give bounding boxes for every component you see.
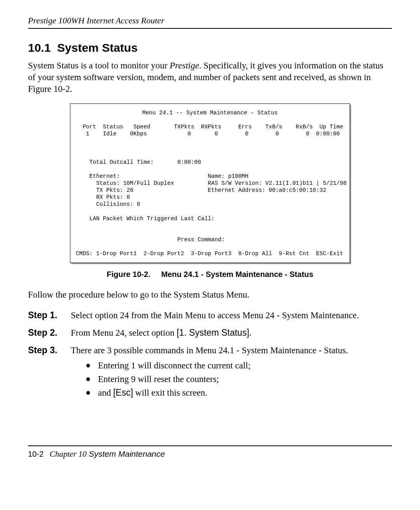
step-3-bullets: Entering 1 will disconnect the current c… [79,359,392,399]
bullet-item: and [Esc] will exit this screen. [79,387,392,399]
product-name: Prestige [170,61,199,70]
steps-list: Step 1. Select option 24 from the Main M… [28,309,392,399]
chapter-label: Chapter 10 [50,449,87,459]
running-header: Prestige 100WH Internet Access Router [28,16,392,26]
step-label: Step 1. [28,309,71,321]
step-2: Step 2. From Menu 24, select option [1. … [28,327,392,339]
footer: 10-2 Chapter 10 System Maintenance [28,449,392,459]
terminal-title: Menu 24.1 -- System Maintenance - Status [76,109,344,116]
figure-caption: Figure 10-2. Menu 24.1 - System Maintena… [28,270,392,279]
footer-rule [28,445,392,446]
terminal-eth-rx: RX Pkts: 0 [76,194,130,200]
page-number: 10-2 [28,450,44,458]
figure-label: Figure 10-2. [107,270,150,279]
section-number: 10.1 [28,41,51,54]
header-rule [28,28,392,29]
section-heading: 10.1 System Status [28,41,392,54]
terminal-columns: Port Status Speed TXPkts RXPkts Errs TxB… [76,124,343,130]
bullet-item: Entering 9 will reset the counters; [79,373,392,385]
terminal-lan-packet: LAN Packet Which Triggered Last Call: [76,216,215,222]
step-label: Step 2. [28,327,71,339]
key-label: [Esc] [113,387,133,398]
terminal-eth-header: Ethernet: Name: p100MH [76,173,248,179]
step-body: There are 3 possible commands in Menu 24… [71,344,392,356]
terminal-figure: Menu 24.1 -- System Maintenance - Status… [70,103,350,263]
follow-text: Follow the procedure below to go to the … [28,289,392,301]
step-label: Step 3. [28,344,71,356]
figure-title: Menu 24.1 - System Maintenance - Status [161,270,313,279]
terminal-outcall: Total Outcall Time: 0:00:00 [76,159,201,165]
option-label: [1. System Status] [177,328,249,338]
bullet-item: Entering 1 will disconnect the current c… [79,359,392,372]
terminal-eth-tx: TX Pkts: 26 Ethernet Address: 00:a0:c5:0… [76,187,326,193]
step-3: Step 3. There are 3 possible commands in… [28,344,392,356]
page: Prestige 100WH Internet Access Router 10… [0,0,420,510]
step-body: From Menu 24, select option [1. System S… [71,327,392,339]
intro-paragraph: System Status is a tool to monitor your … [28,60,392,95]
step-1: Step 1. Select option 24 from the Main M… [28,309,392,321]
terminal-eth-status: Status: 10M/Full Duplex RAS S/W Version:… [76,180,346,186]
terminal-cmds: CMDS: 1-Drop Port1 2-Drop Port2 3-Drop P… [76,251,343,257]
terminal-eth-coll: Collisions: 0 [76,201,140,207]
terminal-press-cmd: Press Command: [76,237,225,243]
terminal-row: 1 Idle 0Kbps 0 0 0 0 0 0:00:00 [76,131,340,137]
step-body: Select option 24 from the Main Menu to a… [71,309,392,321]
section-title: System Status [57,41,138,54]
chapter-title: System Maintenance [89,449,165,458]
